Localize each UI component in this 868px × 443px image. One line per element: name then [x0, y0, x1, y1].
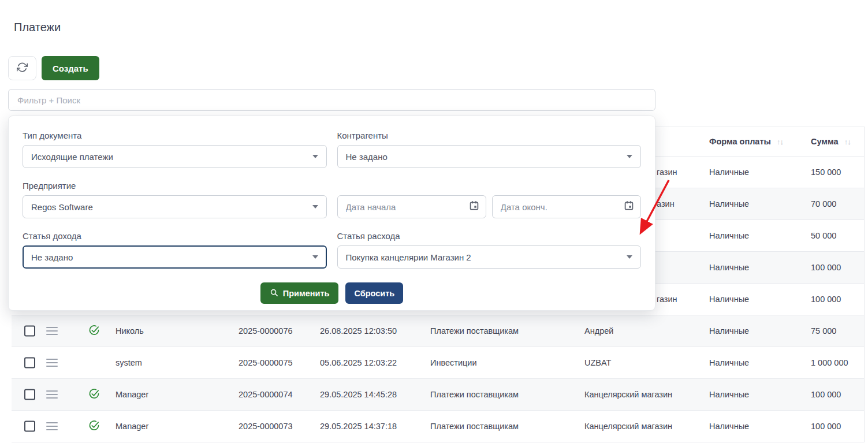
amount-cell: 100 000: [811, 422, 841, 431]
apply-button[interactable]: Применить: [260, 282, 339, 304]
datetime-cell: 26.08.2025 12:03:50: [320, 326, 397, 336]
user-cell: Manager: [116, 422, 148, 431]
enterprise-select[interactable]: Regos Software: [23, 195, 327, 218]
amount-cell: 50 000: [811, 231, 836, 240]
table-row[interactable]: Николь 2025-0000076 26.08.2025 12:03:50 …: [12, 315, 864, 347]
counterparties-select[interactable]: Не задано: [337, 145, 642, 168]
counterparty-partial: газин: [657, 167, 677, 177]
category-cell: Инвестиции: [430, 358, 477, 367]
counterparties-field: Контрагенты Не задано: [337, 131, 642, 168]
filter-actions: Применить Сбросить: [23, 282, 641, 304]
filter-panel: Тип документа Исходящие платежи Контраге…: [8, 116, 655, 311]
create-button[interactable]: Создать: [42, 56, 99, 80]
row-menu-icon[interactable]: [46, 422, 58, 430]
amount-cell: 70 000: [811, 199, 836, 209]
sort-icon[interactable]: ↑↓: [777, 137, 783, 146]
approved-check-icon: [88, 388, 100, 401]
income-item-field: Статья дохода Не задано: [23, 231, 327, 269]
datetime-cell: 05.06.2025 12:03:22: [320, 358, 397, 367]
counterparty-cell: UZBAT: [584, 358, 611, 367]
date-range-field: [337, 181, 642, 218]
amount-cell: 150 000: [811, 167, 841, 177]
expense-item-label: Статья расхода: [337, 231, 642, 241]
payform-cell: Наличные: [709, 390, 749, 399]
chevron-down-icon: [312, 205, 318, 209]
sort-icon[interactable]: ↑↓: [844, 137, 851, 146]
enterprise-label: Предприятие: [23, 181, 327, 191]
counterparty-cell: Канцелярский магазин: [584, 422, 672, 431]
row-checkbox[interactable]: [24, 326, 35, 337]
counterparty-partial: газин: [657, 295, 677, 304]
expense-item-value: Покупка канцелярии Магазин 2: [346, 252, 471, 262]
user-cell: Manager: [116, 390, 148, 399]
date-end-input[interactable]: [492, 195, 641, 218]
row-checkbox[interactable]: [24, 389, 35, 400]
counterparty-cell: Андрей: [584, 326, 613, 336]
refresh-button[interactable]: [8, 56, 36, 80]
enterprise-field: Предприятие Regos Software: [23, 181, 327, 218]
category-cell: Платежи поставщикам: [430, 326, 519, 336]
expense-item-field: Статья расхода Покупка канцелярии Магази…: [337, 231, 642, 269]
payform-cell: Наличные: [709, 326, 749, 336]
amount-cell: 1 000 000: [811, 358, 848, 367]
filter-search-input[interactable]: [8, 89, 655, 111]
column-header-amount[interactable]: Сумма↑↓: [811, 137, 851, 146]
payments-page: Платежи Создать Форма оплаты↑↓ Сумма↑↓ г…: [0, 0, 868, 443]
payform-cell: Наличные: [709, 263, 749, 272]
datetime-cell: 29.05.2025 14:37:18: [320, 422, 397, 431]
chevron-down-icon: [627, 155, 632, 158]
payform-cell: Наличные: [709, 295, 749, 304]
category-cell: Платежи поставщикам: [430, 422, 519, 431]
doc-number-cell: 2025-0000074: [239, 390, 293, 399]
toolbar: Создать: [8, 56, 99, 80]
row-menu-icon[interactable]: [46, 359, 58, 367]
chevron-down-icon: [312, 155, 318, 158]
doc-number-cell: 2025-0000076: [239, 326, 293, 336]
refresh-icon: [17, 62, 28, 75]
user-cell: Николь: [116, 326, 144, 336]
counterparties-value: Не задано: [346, 152, 388, 162]
category-cell: Платежи поставщикам: [430, 390, 519, 399]
row-menu-icon[interactable]: [46, 327, 58, 335]
user-cell: system: [116, 358, 142, 367]
row-checkbox[interactable]: [24, 358, 35, 368]
expense-item-select[interactable]: Покупка канцелярии Магазин 2: [337, 245, 642, 269]
amount-cell: 100 000: [811, 263, 841, 272]
table-row[interactable]: system 2025-0000075 05.06.2025 12:03:22 …: [12, 347, 864, 379]
enterprise-value: Regos Software: [31, 202, 93, 212]
doc-type-select[interactable]: Исходящие платежи: [23, 145, 327, 168]
doc-type-label: Тип документа: [23, 131, 327, 140]
amount-cell: 100 000: [811, 390, 841, 399]
table-row[interactable]: Manager 2025-0000074 29.05.2025 14:45:28…: [12, 379, 864, 411]
search-icon: [270, 288, 278, 299]
doc-number-cell: 2025-0000073: [239, 422, 293, 431]
income-item-select[interactable]: Не задано: [23, 245, 327, 269]
income-item-label: Статья дохода: [23, 231, 327, 241]
chevron-down-icon: [627, 255, 632, 259]
payform-cell: Наличные: [709, 231, 749, 240]
chevron-down-icon: [312, 255, 318, 259]
payform-cell: Наличные: [709, 358, 749, 367]
doc-type-field: Тип документа Исходящие платежи: [23, 131, 327, 168]
payform-cell: Наличные: [709, 422, 749, 431]
counterparty-cell: Канцелярский магазин: [584, 390, 672, 399]
amount-cell: 100 000: [811, 295, 841, 304]
amount-cell: 75 000: [811, 326, 836, 336]
page-title: Платежи: [14, 21, 61, 34]
row-checkbox[interactable]: [24, 421, 35, 432]
doc-type-value: Исходящие платежи: [31, 152, 113, 162]
column-header-payform[interactable]: Форма оплаты↑↓: [709, 137, 783, 146]
table-row[interactable]: Manager 2025-0000073 29.05.2025 14:37:18…: [12, 411, 864, 442]
payform-cell: Наличные: [709, 167, 749, 177]
approved-check-icon: [88, 420, 100, 433]
approved-check-icon: [88, 325, 100, 338]
row-menu-icon[interactable]: [46, 390, 58, 399]
date-start-input[interactable]: [337, 195, 486, 218]
doc-number-cell: 2025-0000075: [239, 358, 293, 367]
reset-button[interactable]: Сбросить: [345, 282, 403, 304]
payform-cell: Наличные: [709, 199, 749, 209]
counterparties-label: Контрагенты: [337, 131, 642, 140]
datetime-cell: 29.05.2025 14:45:28: [320, 390, 397, 399]
counterparty-partial: азин: [657, 199, 675, 209]
income-item-value: Не задано: [31, 252, 73, 262]
